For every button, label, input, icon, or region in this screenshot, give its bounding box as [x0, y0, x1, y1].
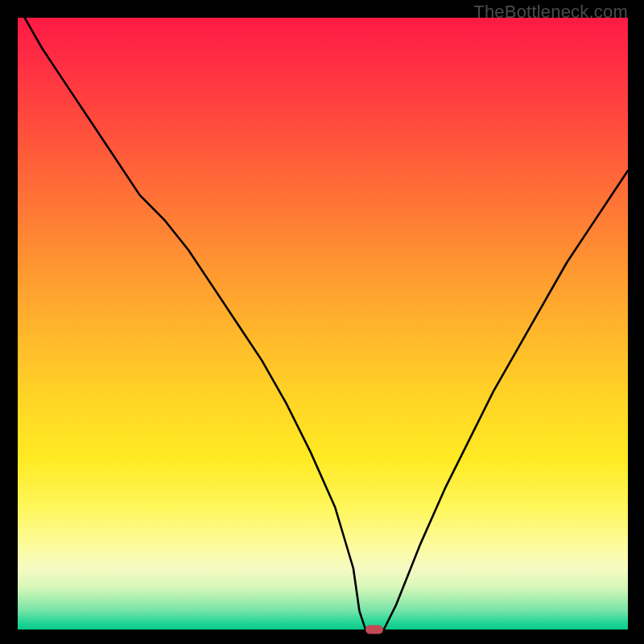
watermark-text: TheBottleneck.com — [473, 2, 628, 23]
bottleneck-curve — [18, 18, 628, 630]
chart-frame: TheBottleneck.com — [0, 0, 644, 644]
min-marker — [365, 625, 383, 634]
plot-area — [18, 18, 628, 630]
